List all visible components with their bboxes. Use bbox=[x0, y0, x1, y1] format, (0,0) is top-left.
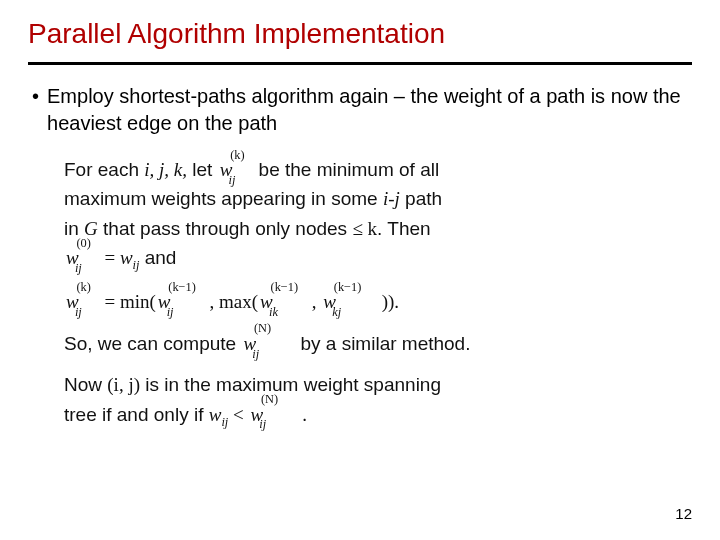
math-para-4: Now (i, j) is in the maximum weight span… bbox=[64, 370, 692, 431]
bullet-dot: • bbox=[32, 83, 39, 137]
math-para-3: So, we can compute w(N)ij by a similar m… bbox=[64, 329, 692, 358]
slide-title: Parallel Algorithm Implementation bbox=[28, 18, 692, 50]
math-body: For each i, j, k, let w(k)ij be the mini… bbox=[64, 155, 692, 431]
bullet-text: Employ shortest-paths algorithm again – … bbox=[47, 83, 692, 137]
page-number: 12 bbox=[675, 505, 692, 522]
math-para-2: w(k)ij = min(w(k−1)ij, max(w(k−1)ik, w(k… bbox=[64, 287, 692, 316]
title-divider bbox=[28, 62, 692, 65]
bullet-item: • Employ shortest-paths algorithm again … bbox=[32, 83, 692, 137]
math-para-1: For each i, j, k, let w(k)ij be the mini… bbox=[64, 155, 692, 275]
